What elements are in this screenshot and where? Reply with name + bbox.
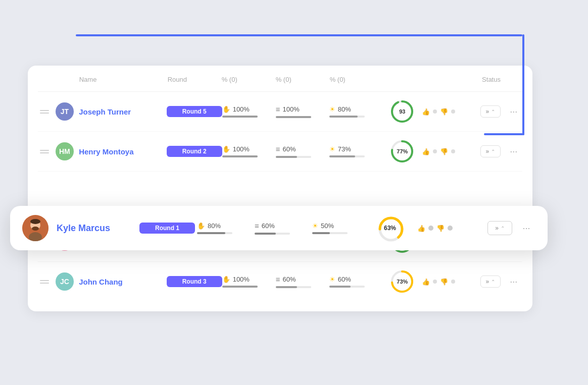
stat2-bar (255, 233, 290, 235)
forward-icon: » (495, 225, 499, 232)
stat3-bar (329, 116, 365, 118)
kyle-stat2: 60% (255, 222, 305, 235)
status-col: » ⌃ (480, 145, 505, 157)
hand-icon (222, 105, 230, 113)
stat2-value: 100% (276, 105, 329, 114)
stat1-col: 100% (222, 145, 276, 157)
table-row: JT Joseph Turner Round 5 100% 100% (38, 92, 522, 132)
sun-icon (312, 222, 318, 230)
score-circle: 93 (383, 99, 422, 124)
thumbup-icon[interactable] (422, 147, 430, 156)
stat3-value: 60% (329, 276, 383, 283)
stat2-col: 60% (276, 145, 329, 158)
stat3-bar (329, 155, 365, 157)
round-badge-cell: Round 2 (167, 146, 222, 157)
hand-icon (222, 145, 230, 153)
thumbup-icon[interactable] (422, 277, 430, 286)
stat3-bar (329, 286, 365, 288)
vote-dot-down (451, 149, 455, 153)
status-badge[interactable]: » ⌃ (480, 145, 501, 157)
stat1-value: 80% (197, 222, 248, 230)
more-button[interactable]: ··· (505, 146, 522, 157)
score-circle: 77% (383, 139, 422, 164)
list-icon (276, 105, 280, 114)
stat1-value: 100% (222, 276, 276, 283)
table-row: JC John Chang Round 3 100% 60% (38, 262, 522, 301)
stat1-col: 100% (222, 276, 276, 288)
kyle-stat3: 50% (312, 222, 363, 234)
vote-dot-up (428, 226, 433, 231)
drag-handle[interactable] (38, 280, 56, 284)
status-badge[interactable]: » ⌃ (480, 105, 501, 118)
round-badge: Round 3 (167, 276, 222, 287)
avatar: JT (56, 102, 79, 121)
thumbdown-icon[interactable] (440, 147, 448, 156)
thumbup-icon[interactable] (422, 107, 430, 116)
person-name: John Chang (79, 278, 167, 286)
vote-dot-down (451, 280, 455, 284)
stat3-value: 73% (329, 145, 383, 153)
svg-point-12 (32, 227, 39, 231)
list-icon (255, 222, 259, 230)
status-col: » ⌃ (480, 276, 505, 288)
score-label: 93 (399, 108, 405, 115)
kyle-status-badge[interactable]: » ⌃ (487, 221, 512, 235)
sun-icon (329, 276, 335, 283)
drag-handle[interactable] (38, 150, 56, 153)
vote-dot-up (433, 149, 437, 153)
stat3-bar (312, 232, 348, 234)
avatar: HM (56, 142, 79, 160)
stat2-bar (276, 286, 311, 288)
kyle-more-button[interactable]: ··· (517, 223, 535, 234)
score-circle: 73% (383, 269, 422, 294)
drag-handle[interactable] (38, 110, 56, 114)
svg-point-11 (30, 219, 40, 224)
forward-icon: » (486, 278, 489, 285)
score-label: 73% (397, 279, 408, 285)
round-badge: Round 2 (167, 146, 222, 157)
kyle-votes (417, 224, 478, 233)
stat1-bar (197, 232, 232, 234)
list-icon (276, 145, 280, 153)
thumbdown-icon[interactable] (436, 224, 445, 233)
avatar: JC (56, 272, 79, 291)
person-name: Joseph Turner (79, 107, 167, 116)
stat2-bar (276, 156, 311, 158)
thumbup-icon[interactable] (417, 224, 425, 233)
stat1-bar (222, 155, 258, 157)
kyle-avatar (22, 215, 48, 241)
stat2-value: 60% (276, 275, 329, 284)
person-name: Henry Montoya (79, 147, 167, 156)
table-row: HM Henry Montoya Round 2 100% 60% (38, 132, 522, 172)
stat2-col: 100% (276, 105, 329, 118)
page-wrapper: Name Round % (0) % (0) % (0) Status JT J… (0, 0, 588, 385)
stat1-value: 100% (222, 105, 276, 113)
stat1-bar (222, 286, 258, 288)
scrollbar-thumb (76, 34, 522, 36)
highlighted-row-card: Kyle Marcus Round 1 80% 60% (10, 206, 548, 250)
round-badge-cell: Round 5 (167, 106, 222, 117)
status-badge[interactable]: » ⌃ (480, 276, 501, 288)
chevron-icon: ⌃ (491, 109, 495, 115)
votes-col (422, 107, 480, 116)
more-button[interactable]: ··· (505, 277, 522, 287)
chevron-icon: ⌃ (491, 279, 495, 285)
stat3-col: 80% (329, 105, 383, 118)
forward-icon: » (486, 148, 489, 155)
table-header: Name Round % (0) % (0) % (0) Status (38, 66, 522, 92)
thumbdown-icon[interactable] (440, 277, 448, 286)
thumbdown-icon[interactable] (440, 107, 448, 116)
round-badge: Round 5 (167, 106, 222, 117)
round-badge-cell: Round 3 (167, 276, 222, 287)
stat3-value: 80% (329, 105, 383, 113)
vote-dot-down (451, 109, 455, 114)
stat1-bar (222, 116, 258, 118)
kyle-name: Kyle Marcus (57, 223, 132, 234)
more-button[interactable]: ··· (505, 106, 522, 117)
header-status: Status (482, 76, 505, 83)
hand-icon (222, 276, 230, 283)
status-col: » ⌃ (480, 105, 505, 118)
chevron-icon: ⌃ (501, 226, 505, 231)
kyle-stat1: 80% (197, 222, 248, 234)
list-icon (276, 275, 280, 284)
